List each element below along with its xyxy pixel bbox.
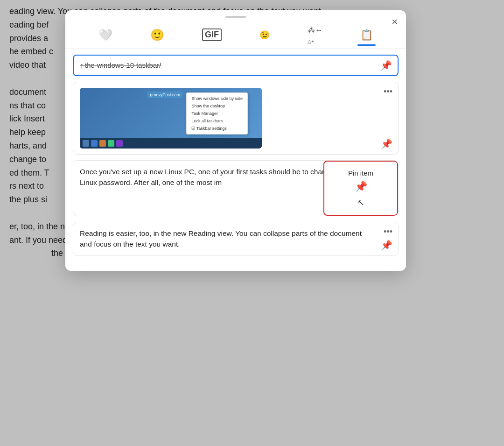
taskbar-context-menu: Show windows side by side Show the deskt… <box>186 92 248 135</box>
tab-emoji[interactable]: 🙂 <box>143 26 172 46</box>
text-clip-content-2: Reading is easier, too, in the new Readi… <box>80 228 378 250</box>
taskbar-bottom-bar <box>80 138 262 149</box>
emoticon-icon: 😉 <box>259 30 270 40</box>
taskbar-icon-4 <box>108 140 114 147</box>
image-pin-button[interactable]: 📌 <box>381 138 392 149</box>
text2-pin-button[interactable]: 📌 <box>381 240 392 251</box>
text2-more-button[interactable]: ••• <box>384 227 392 237</box>
pin-tooltip-pin-icon[interactable]: 📌 <box>355 181 367 193</box>
pin-item-tooltip: Pin item 📌 ↖ <box>323 161 398 216</box>
tab-emoticon[interactable]: 😉 <box>252 27 277 45</box>
taskbar-icon-5 <box>116 140 123 147</box>
emoji-icon: 🙂 <box>150 28 164 42</box>
tab-heart[interactable]: 🤍 <box>91 26 120 46</box>
gif-icon: GIF <box>202 28 222 41</box>
image-clip-item: groovyPost.com Show windows side by side… <box>73 82 399 155</box>
menu-item-4: Lock all taskbars <box>187 117 247 125</box>
menu-item-3: Task Manager <box>187 110 247 117</box>
taskbar-icon-3 <box>99 140 106 147</box>
drag-handle-bar <box>225 16 246 18</box>
menu-item-2: Show the desktop <box>187 102 247 110</box>
pin-tooltip-label: Pin item <box>348 169 373 177</box>
url-text: r-the-windows-10-taskbar/ <box>80 61 161 69</box>
url-pin-icon[interactable]: 📌 <box>380 60 392 71</box>
clipboard-content-area[interactable]: r-the-windows-10-taskbar/ 📌 groovyPost.c… <box>65 49 406 262</box>
special-chars-icon: ⁂↔△+ <box>308 26 322 44</box>
heart-icon: 🤍 <box>98 28 112 42</box>
image-more-button[interactable]: ••• <box>384 87 392 97</box>
text-clip-item-1: Once you've set up a new Linux PC, one o… <box>73 160 399 216</box>
tab-special[interactable]: ⁂↔△+ <box>300 23 330 49</box>
tab-clipboard[interactable]: 📋 <box>353 26 380 46</box>
clipboard-icon: 📋 <box>360 29 373 41</box>
text-clip-item-2: Reading is easier, too, in the new Readi… <box>73 222 399 256</box>
menu-item-5: ☑ Taskbar settings <box>187 125 247 132</box>
cursor-icon: ↖ <box>357 198 364 208</box>
groovy-badge: groovyPost.com <box>147 92 182 98</box>
tab-gif[interactable]: GIF <box>195 26 229 46</box>
taskbar-icon-2 <box>91 140 98 147</box>
taskbar-screenshot: groovyPost.com Show windows side by side… <box>80 88 262 149</box>
tab-bar: 🤍 🙂 GIF 😉 ⁂↔△+ 📋 <box>65 21 406 49</box>
clipboard-panel: × 🤍 🙂 GIF 😉 ⁂↔△+ 📋 r-the-windows-10-task… <box>65 10 406 271</box>
image-clip-content: groovyPost.com Show windows side by side… <box>80 88 378 149</box>
url-clip-item: r-the-windows-10-taskbar/ 📌 <box>73 55 399 76</box>
drag-handle[interactable] <box>65 10 406 21</box>
taskbar-image-preview: groovyPost.com Show windows side by side… <box>80 88 262 149</box>
menu-item-1: Show windows side by side <box>187 95 247 102</box>
taskbar-icon-1 <box>83 140 89 147</box>
close-button[interactable]: × <box>392 17 398 27</box>
